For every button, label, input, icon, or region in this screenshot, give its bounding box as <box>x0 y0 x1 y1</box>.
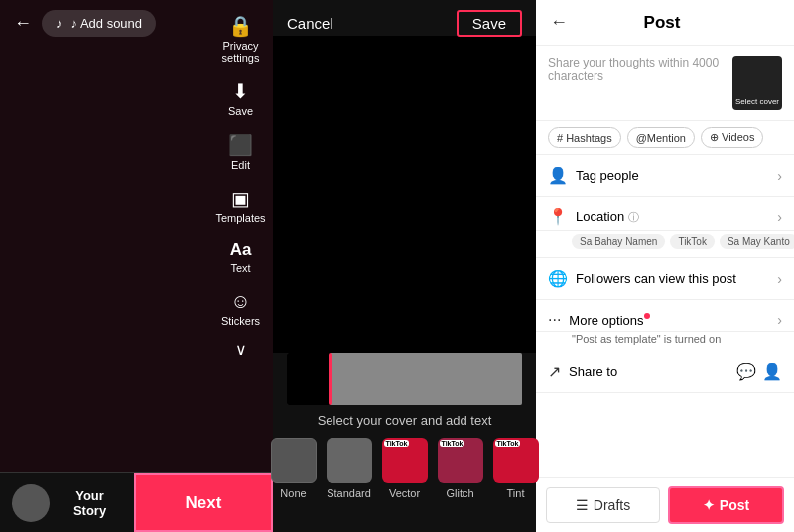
more-options-row[interactable]: ··· More options › <box>536 300 794 332</box>
share-to-label: Share to <box>569 364 736 379</box>
next-button[interactable]: Next <box>134 473 273 532</box>
cover-thumbnail[interactable]: Select cover <box>732 56 782 110</box>
video-preview <box>273 36 536 353</box>
hashtag-tag[interactable]: # Hashtags <box>548 127 621 148</box>
followers-icon: 🌐 <box>548 269 568 288</box>
left-panel: ← ♪ ♪ Add sound 🔒 Privacysettings ⬇ Save… <box>0 0 273 532</box>
drafts-button[interactable]: ☰ Drafts <box>546 487 660 523</box>
templates-icon: ▣ <box>231 187 250 210</box>
filter-vector[interactable]: TikTok Vector <box>382 438 428 499</box>
avatar <box>12 484 50 522</box>
stickers-tool[interactable]: ☺ Stickers <box>211 284 271 332</box>
post-button[interactable]: ✦ Post <box>668 486 784 524</box>
subtag-1[interactable]: Sa Bahay Namen <box>572 234 665 249</box>
text-icon: Aa <box>230 240 252 260</box>
filter-vector-thumb: TikTok <box>382 438 428 483</box>
tag-people-row[interactable]: 👤 Tag people › <box>536 155 794 197</box>
add-sound-label: ♪ Add sound <box>54 16 143 31</box>
filter-glitch[interactable]: TikTok Glitch <box>438 438 483 499</box>
location-row[interactable]: 📍 Location ⓘ › <box>536 197 794 231</box>
share-to-icon: ↗ <box>548 362 561 381</box>
cancel-button[interactable]: Cancel <box>287 15 333 32</box>
location-icon: 📍 <box>548 207 568 226</box>
edit-tool[interactable]: ⬛ Edit <box>211 127 271 177</box>
followers-row[interactable]: 🌐 Followers can view this post › <box>536 258 794 300</box>
filter-none-label: None <box>280 487 306 499</box>
lock-icon: 🔒 <box>228 14 253 38</box>
caption-area: Share your thoughts within 4000 characte… <box>536 46 794 121</box>
filter-tint[interactable]: TikTok Tint <box>493 438 539 499</box>
middle-panel: Cancel Save Select your cover and add te… <box>273 0 536 532</box>
timeline-strip[interactable] <box>287 353 522 405</box>
privacy-label: Privacysettings <box>222 40 260 64</box>
post-title: Post <box>578 13 746 33</box>
save-tool[interactable]: ⬇ Save <box>211 73 271 123</box>
text-tool[interactable]: Aa Text <box>211 234 271 280</box>
timeline-indicator <box>329 353 332 405</box>
drafts-label: Drafts <box>594 497 630 513</box>
chevron-down-icon[interactable]: ∨ <box>235 340 247 359</box>
more-options-chevron: › <box>777 312 782 328</box>
videos-tag[interactable]: ⊕ Videos <box>701 127 764 148</box>
templates-label: Templates <box>215 212 265 224</box>
filter-standard-label: Standard <box>327 487 371 499</box>
filter-glitch-label: Glitch <box>446 487 473 499</box>
templates-tool[interactable]: ▣ Templates <box>211 181 271 230</box>
right-tools: 🔒 Privacysettings ⬇ Save ⬛ Edit ▣ Templa… <box>208 0 273 359</box>
timeline-gray <box>331 353 522 405</box>
filter-standard[interactable]: Standard <box>327 438 372 499</box>
mention-tag[interactable]: @Mention <box>627 127 695 148</box>
more-options-sublabel: "Post as template" is turned on <box>536 332 794 351</box>
messenger-icon: 💬 <box>736 362 756 381</box>
filter-row: None Standard TikTok Vector TikTok Glitc… <box>273 438 536 499</box>
share-to-row[interactable]: ↗ Share to 💬 👤 <box>536 351 794 393</box>
share-icons: 💬 👤 <box>736 362 782 381</box>
select-cover-label: Select cover <box>735 97 779 106</box>
select-cover-text: Select your cover and add text <box>273 413 536 428</box>
post-sparkle-icon: ✦ <box>703 497 715 513</box>
back-icon[interactable]: ← <box>14 13 32 34</box>
subtag-2[interactable]: TikTok <box>670 234 715 249</box>
followers-chevron: › <box>777 271 782 287</box>
caption-placeholder[interactable]: Share your thoughts within 4000 characte… <box>548 56 725 110</box>
right-panel: ← Post Share your thoughts within 4000 c… <box>536 0 794 532</box>
red-dot <box>644 313 650 319</box>
edit-icon: ⬛ <box>228 133 253 157</box>
right-bottom-bar: ☰ Drafts ✦ Post <box>536 477 794 532</box>
stickers-icon: ☺ <box>230 290 250 313</box>
filter-none[interactable]: None <box>271 438 317 499</box>
tag-people-chevron: › <box>777 168 782 184</box>
filter-glitch-thumb: TikTok <box>438 438 483 483</box>
more-options-label: More options <box>569 313 777 328</box>
privacy-tool[interactable]: 🔒 Privacysettings <box>211 8 271 69</box>
save-button[interactable]: Save <box>457 10 522 37</box>
save-label: Save <box>228 105 253 117</box>
post-label: Post <box>720 497 749 513</box>
tiktok-badge-vector: TikTok <box>384 440 410 447</box>
location-subtags: Sa Bahay Namen TikTok Sa May Kanto KAHIT… <box>536 231 794 258</box>
location-info-icon: ⓘ <box>628 211 639 223</box>
filter-vector-label: Vector <box>389 487 420 499</box>
followers-label: Followers can view this post <box>576 271 777 286</box>
middle-top-bar: Cancel Save <box>273 0 536 47</box>
more-options-icon: ··· <box>548 311 561 329</box>
facebook-icon: 👤 <box>762 362 782 381</box>
filter-tint-thumb: TikTok <box>493 438 539 483</box>
tiktok-badge-tint: TikTok <box>495 440 521 447</box>
tags-row: # Hashtags @Mention ⊕ Videos <box>536 121 794 155</box>
text-label: Text <box>230 262 250 274</box>
back-arrow-icon[interactable]: ← <box>550 12 568 33</box>
add-sound-button[interactable]: ♪ ♪ Add sound <box>42 10 156 37</box>
stickers-label: Stickers <box>221 315 260 327</box>
tag-people-icon: 👤 <box>548 166 568 185</box>
subtag-3[interactable]: Sa May Kanto <box>720 234 794 249</box>
tag-people-label: Tag people <box>576 168 777 183</box>
left-bottom-bar: Your Story Next <box>0 472 273 532</box>
location-label: Location ⓘ <box>576 209 777 225</box>
filter-tint-label: Tint <box>507 487 525 499</box>
location-chevron: › <box>777 209 782 225</box>
tiktok-badge-glitch: TikTok <box>440 440 465 447</box>
filter-none-thumb <box>271 438 317 483</box>
save-icon: ⬇ <box>232 79 249 103</box>
your-story-button[interactable]: Your Story <box>0 473 134 532</box>
